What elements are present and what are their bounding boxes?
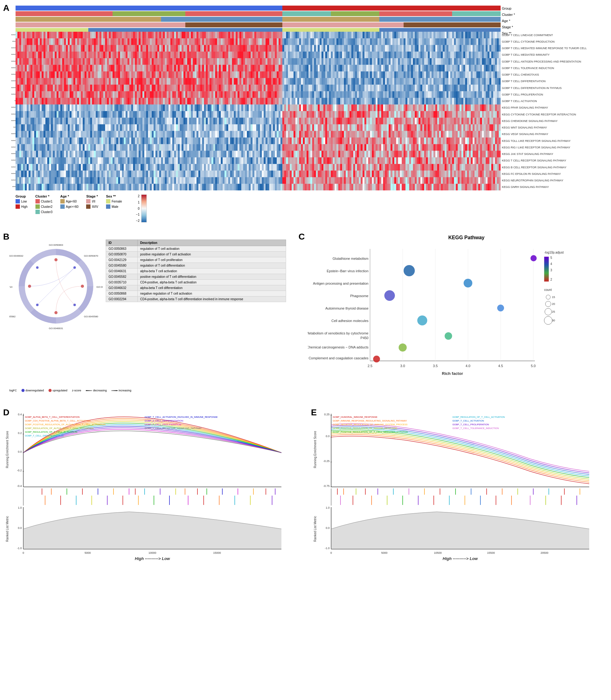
svg-rect-1143 [103, 131, 105, 138]
svg-rect-4545 [368, 91, 370, 98]
svg-rect-2780 [230, 164, 232, 171]
svg-rect-2334 [196, 72, 199, 78]
svg-rect-843 [81, 52, 83, 58]
svg-rect-5912 [475, 85, 477, 91]
svg-rect-2288 [193, 85, 195, 91]
svg-rect-1573 [137, 118, 139, 125]
svg-rect-2537 [211, 144, 214, 151]
svg-rect-4904 [396, 85, 398, 91]
svg-rect-4084 [333, 58, 335, 65]
panel-c-label: C [298, 232, 305, 242]
svg-rect-1854 [159, 72, 161, 78]
svg-rect-4550 [368, 125, 370, 131]
svg-rect-1563 [137, 52, 139, 58]
svg-rect-1155 [105, 52, 107, 58]
svg-rect-1395 [124, 52, 126, 58]
svg-rect-1614 [140, 72, 143, 78]
svg-rect-2253 [189, 171, 191, 177]
svg-rect-1065 [98, 91, 100, 98]
svg-rect-3653 [299, 65, 301, 72]
svg-rect-1095 [100, 131, 102, 138]
svg-rect-3981 [323, 171, 326, 177]
svg-rect-6167 [493, 184, 495, 190]
svg-rect-1753 [152, 38, 154, 45]
svg-rect-5531 [445, 104, 447, 111]
svg-text:GOBP_POSITIVE_REGULATION_OF_AL: GOBP_POSITIVE_REGULATION_OF_ALPHA_BETA_T… [25, 423, 105, 426]
svg-rect-3297 [271, 91, 273, 98]
svg-rect-2819 [234, 104, 236, 111]
svg-rect-607 [62, 78, 64, 85]
svg-rect-3620 [295, 164, 298, 171]
svg-rect-1121 [101, 144, 104, 151]
svg-rect-313 [40, 38, 42, 45]
svg-rect-5715 [460, 52, 462, 58]
svg-rect-1650 [143, 151, 145, 158]
svg-rect-3755 [307, 104, 309, 111]
svg-rect-5782 [463, 177, 465, 184]
svg-rect-3814 [310, 177, 313, 184]
svg-rect-3413 [281, 65, 283, 72]
go-row-3: GO:0042129 regulation of T cell prolifer… [106, 257, 286, 263]
svg-rect-2760 [230, 32, 232, 39]
svg-rect-342 [42, 72, 44, 78]
svg-rect-5813 [467, 65, 469, 72]
svg-rect-5352 [432, 32, 434, 39]
svg-rect-1228 [111, 58, 113, 65]
svg-rect-1909 [163, 118, 165, 125]
svg-rect-3239 [266, 184, 268, 190]
svg-rect-2469 [206, 171, 208, 177]
svg-rect-1133 [103, 65, 105, 72]
svg-rect-2382 [200, 72, 203, 78]
svg-rect-1013 [94, 65, 96, 72]
svg-rect-3624 [297, 32, 299, 39]
svg-rect-590 [60, 125, 62, 131]
svg-rect-3328 [273, 137, 275, 144]
svg-rect-345 [42, 91, 44, 98]
svg-rect-2925 [241, 171, 243, 177]
svg-rect-5475 [441, 52, 443, 58]
svg-rect-969 [90, 91, 92, 98]
svg-rect-1728 [150, 32, 152, 39]
svg-rect-3614 [295, 125, 298, 131]
svg-rect-4080 [333, 32, 335, 39]
svg-rect-2350 [196, 177, 199, 184]
svg-rect-5545 [447, 38, 449, 45]
svg-rect-6197 [497, 65, 499, 72]
svg-rect-1632 [143, 32, 145, 39]
svg-rect-1232 [111, 85, 113, 91]
svg-rect-3550 [290, 177, 292, 184]
svg-rect-5577 [448, 91, 450, 98]
svg-rect-3071 [253, 184, 255, 190]
svg-rect-1197 [107, 171, 109, 177]
svg-rect-4680 [379, 32, 382, 39]
svg-rect-5383 [433, 78, 436, 85]
svg-rect-3144 [260, 32, 262, 39]
svg-rect-2395 [200, 157, 203, 164]
svg-rect-363 [44, 52, 46, 58]
svg-rect-5529 [445, 91, 447, 98]
svg-rect-5478 [441, 72, 443, 78]
svg-rect-167 [27, 184, 29, 190]
svg-rect-6009 [482, 91, 484, 98]
svg-rect-543 [57, 131, 59, 138]
svg-rect-220 [32, 58, 34, 65]
svg-rect-3002 [249, 45, 251, 52]
svg-rect-2958 [245, 72, 247, 78]
svg-rect-5547 [447, 52, 449, 58]
svg-rect-4583 [370, 184, 372, 190]
svg-rect-4591 [372, 78, 374, 85]
svg-rect-2433 [204, 91, 206, 98]
svg-rect-4942 [398, 177, 400, 184]
svg-rect-1917 [163, 171, 165, 177]
svg-rect-2915 [241, 104, 243, 111]
svg-rect-5642 [454, 45, 456, 52]
svg-rect-621 [62, 171, 64, 177]
svg-rect-4746 [383, 151, 385, 158]
svg-rect-1279 [115, 78, 117, 85]
svg-rect-5699 [458, 104, 460, 111]
svg-rect-5337 [430, 91, 432, 98]
age-legend: Age * Age<60 Age>=60 [60, 194, 79, 209]
svg-rect-3783 [309, 131, 311, 138]
svg-rect-1217 [109, 144, 111, 151]
svg-rect-4335 [352, 131, 354, 138]
